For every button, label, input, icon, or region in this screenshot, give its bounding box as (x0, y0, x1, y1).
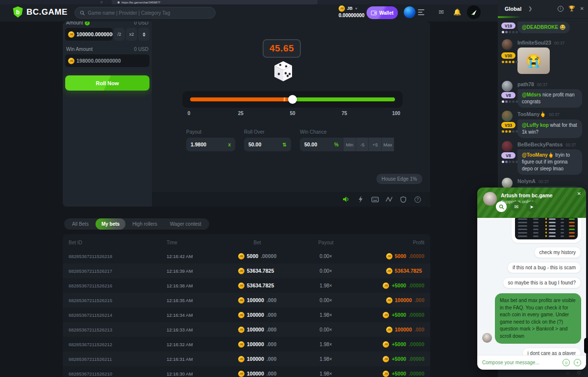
attach-plus-icon[interactable]: + (574, 359, 581, 366)
roll-over-input[interactable]: 50.00 ⇅ (244, 138, 291, 151)
table-row[interactable]: 6828536721152621812:16:42 AM JB5000.0000… (63, 249, 430, 263)
table-row[interactable]: 6828536721152621512:16:35 AM JB100000.00… (63, 293, 430, 307)
tab-my-bets[interactable]: My bets (96, 218, 125, 230)
payout-group: Payout 1.9800 x (186, 129, 235, 151)
amount-usd-value: 0 USD (134, 22, 148, 25)
emoji-smiley-icon[interactable]: ☺ (563, 359, 570, 366)
win-chance-label: Win Chance (300, 129, 400, 135)
jb-coin-icon: JB (238, 371, 245, 377)
slider-knob[interactable] (288, 95, 297, 104)
quest-spin-icon[interactable] (467, 5, 481, 19)
my-bets-table: Bet ID Time Bet Payout Profit 6828536721… (63, 234, 430, 377)
search-faq-icon[interactable] (496, 201, 507, 212)
chevron-down-icon: ▼ (355, 7, 358, 11)
swap-arrows-icon[interactable]: ⇅ (283, 142, 287, 147)
tab-high-rollers[interactable]: High rollers (126, 218, 163, 230)
chance-plus5-button[interactable]: +5 (368, 138, 381, 151)
sound-volume-icon[interactable] (343, 195, 350, 203)
emoji-icon[interactable]: ☺ (565, 370, 570, 376)
username[interactable]: path78 (517, 81, 534, 87)
game-toolbar: ? (152, 192, 430, 207)
jb-coin-icon: JB (238, 297, 245, 304)
close-support-icon[interactable]: ✕ (577, 191, 581, 196)
table-row[interactable]: 6828536721152621612:16:38 AM JB53634.782… (63, 278, 430, 293)
fairness-shield-icon[interactable] (399, 195, 407, 203)
amount-label: Amount ✓ (66, 22, 90, 25)
amount-value: 100000.00000000 (76, 31, 113, 37)
contest-trophy-icon[interactable]: 🏆 (568, 5, 575, 12)
turbo-lightning-icon[interactable] (357, 195, 365, 203)
avatar[interactable] (502, 141, 513, 152)
dice-icon (273, 61, 293, 84)
double-bet-button[interactable]: x2 (126, 28, 137, 41)
roll-now-button[interactable]: Roll Now (65, 75, 149, 91)
table-row[interactable]: 6828536721152621112:16:31 AM JB100000.00… (63, 352, 430, 366)
avatar[interactable] (502, 39, 513, 50)
notifications-bell-icon[interactable]: 🔔 (453, 8, 461, 16)
win-amount-input[interactable]: JB 198000.000000000 (65, 54, 149, 67)
win-chance-group: Win Chance 50.00 % Min -5 +5 Max (300, 129, 400, 151)
chat-rules-info-icon[interactable]: ! (558, 6, 564, 12)
chance-max-button[interactable]: Max (381, 138, 394, 151)
bookmark-star-icon[interactable]: ☆ (100, 0, 103, 4)
avatar[interactable] (502, 81, 513, 92)
amount-row: Amount ✓ 0 USD (65, 22, 149, 25)
browser-address-bar[interactable]: https://bc.game/chat/3456877 (112, 0, 318, 4)
amount-input-group: JB 100000.00000000 /2 x2 (65, 28, 149, 41)
avatar[interactable] (502, 178, 513, 188)
user-avatar[interactable] (404, 6, 416, 18)
widget-drag-handle[interactable] (584, 338, 588, 353)
site-header: b BC.GAME JB JB ▼ 0.00000000 Wallet (0, 4, 498, 22)
support-conversation: check my history if this not a bug - thi… (477, 218, 586, 355)
tab-all-bets[interactable]: All Bets (66, 218, 95, 230)
visitor-message: if this not a bug - this is scam (507, 262, 581, 273)
tab-wager-contest[interactable]: Wager contest (164, 218, 207, 230)
win-amount-value: 198000.000000000 (76, 58, 121, 64)
half-bet-button[interactable]: /2 (114, 28, 125, 41)
wallet-button[interactable]: Wallet (367, 6, 398, 19)
jb-coin-icon: JB (383, 341, 389, 348)
help-icon[interactable]: ? (414, 195, 421, 203)
jb-coin-icon: JB (238, 327, 245, 333)
support-message-input[interactable] (482, 360, 559, 365)
screenshot-attachment[interactable] (512, 218, 581, 243)
trends-icon[interactable] (385, 195, 393, 203)
username[interactable]: BeBeBeckyPantss (517, 141, 563, 147)
email-icon[interactable]: ✉ (511, 201, 522, 212)
medal-dots (502, 161, 518, 163)
search-input[interactable] (88, 10, 210, 16)
tab-global-chat[interactable]: Global (505, 6, 521, 12)
chance-min-button[interactable]: Min (343, 138, 356, 151)
table-row[interactable]: 6828536721152621312:16:33 AM JB100000.00… (63, 322, 430, 337)
hotkeys-keyboard-icon[interactable] (371, 195, 379, 203)
table-row[interactable]: 6828536721152621212:16:32 AM JB100000.00… (63, 337, 430, 352)
amount-input[interactable]: JB 100000.00000000 (65, 28, 113, 41)
game-search[interactable] (74, 7, 216, 19)
username[interactable]: NolynA (517, 178, 536, 184)
chance-minus5-button[interactable]: -5 (356, 138, 368, 151)
table-row[interactable]: 6828536721152621012:16:30 AM JB100000.00… (63, 366, 430, 377)
username[interactable]: InfiniteSoul23 (517, 40, 551, 46)
telegram-send-icon[interactable]: ➤ (526, 201, 537, 212)
avatar[interactable] (502, 111, 513, 121)
username[interactable]: TooMany🖕 (517, 111, 546, 118)
crying-baby-photo[interactable]: 😭 (517, 47, 550, 74)
table-row[interactable]: 6828536721152621412:16:34 AM JB100000.00… (63, 307, 430, 322)
level-badge: V33 (501, 122, 515, 128)
mail-icon[interactable]: ✉ (439, 8, 444, 16)
amount-stepper[interactable] (138, 28, 149, 41)
settings-gear-icon[interactable]: ⚙ (576, 370, 581, 376)
account-menu-icon[interactable] (418, 9, 424, 15)
payout-input[interactable]: 1.9800 x (186, 138, 235, 151)
medal-dots (502, 31, 518, 33)
level-badge: V19 (501, 23, 515, 29)
slider-track[interactable] (190, 97, 395, 101)
bcgame-logo[interactable]: b BC.GAME (13, 6, 68, 18)
page-url: https://bc.game/chat/3456877 (122, 1, 160, 4)
currency-selector[interactable]: JB JB ▼ 0.00000000 (339, 5, 365, 18)
chevron-right-icon[interactable]: ❯ (528, 6, 532, 11)
support-chat-widget: Artush from bc.game Support is online ✕ … (477, 188, 586, 370)
close-chat-icon[interactable]: ✕ (580, 6, 584, 11)
table-row[interactable]: 6828536721152621712:16:39 AM JB53634.782… (63, 263, 430, 278)
win-chance-input[interactable]: 50.00 % (300, 138, 343, 151)
